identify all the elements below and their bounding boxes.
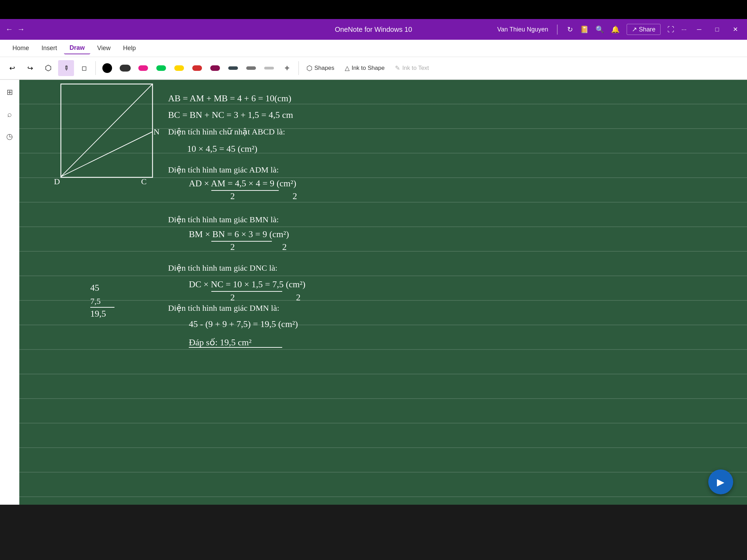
- line-6-den: 2: [230, 191, 235, 201]
- left-calc-2: 7,5: [90, 297, 101, 306]
- menu-view[interactable]: View: [92, 43, 116, 54]
- pen-dark[interactable]: [117, 60, 133, 76]
- forward-button[interactable]: →: [17, 25, 25, 34]
- pen-gray[interactable]: [243, 60, 259, 76]
- sync-icon[interactable]: ↻: [567, 25, 573, 34]
- line-4: 10 × 4,5 = 45 (cm²): [187, 144, 257, 154]
- diagonal-2: [61, 132, 153, 177]
- line-12: 45 - (9 + 9 + 7,5) = 19,5 (cm²): [189, 319, 298, 329]
- menu-help[interactable]: Help: [118, 43, 141, 54]
- search-header-icon[interactable]: 🔍: [596, 25, 604, 34]
- notebook-canvas[interactable]: N D C AB = AM + MB = 4 + 6 = 10(cm) BC =…: [19, 80, 747, 505]
- line-13: Đáp số: 19,5 cm²: [189, 337, 251, 347]
- onenote-window: ← → OneNote for Windows 10 Van Thieu Ngu…: [0, 19, 747, 505]
- ink-text-icon: ✎: [395, 64, 400, 72]
- line-2: BC = BN + NC = 3 + 1,5 = 4,5 cm: [168, 110, 293, 120]
- maximize-button[interactable]: □: [712, 25, 722, 35]
- line-8-den2: 2: [282, 242, 287, 252]
- shapes-label: Shapes: [314, 65, 334, 72]
- ink-to-shape-label: Ink to Shape: [352, 65, 385, 72]
- redo-icon: ↪: [27, 64, 33, 72]
- ink-to-text-button[interactable]: ✎ Ink to Text: [391, 62, 433, 74]
- ink-shape-icon: △: [345, 64, 350, 72]
- redo-button[interactable]: ↪: [22, 60, 38, 76]
- line-9: Diện tích hình tam giác DNC là:: [168, 263, 277, 272]
- lasso-icon: ✎: [62, 64, 71, 73]
- pen-red-stroke: [192, 65, 202, 71]
- lasso-tool[interactable]: ✎: [58, 60, 74, 76]
- line-6-num: AD × AM = 4,5 × 4 = 9 (cm²): [189, 178, 296, 188]
- ink-to-shape-button[interactable]: △ Ink to Shape: [341, 62, 389, 74]
- add-pen-button[interactable]: +: [279, 60, 295, 76]
- user-name: Van Thieu Nguyen: [497, 26, 548, 33]
- sidebar-notebooks[interactable]: ⊞: [3, 85, 17, 99]
- sidebar-search[interactable]: ⌕: [3, 108, 17, 121]
- pen-darkred-stroke: [210, 65, 220, 71]
- notebook-icon[interactable]: 📔: [580, 25, 589, 34]
- title-bar-separator: │: [555, 25, 560, 34]
- pen-green-stroke: [156, 65, 166, 71]
- eraser-tool[interactable]: ◻: [76, 60, 92, 76]
- undo-button[interactable]: ↩: [4, 60, 20, 76]
- pen-red[interactable]: [189, 60, 205, 76]
- line-8-num: BM × BN = 6 × 3 = 9 (cm²): [189, 229, 289, 239]
- sidebar-recent[interactable]: ◷: [3, 130, 17, 143]
- cursor-icon: ⬡: [45, 64, 52, 73]
- video-call-button[interactable]: ▶: [708, 469, 733, 494]
- pen-black-color: [102, 63, 112, 73]
- expand-icon[interactable]: ⛶: [667, 26, 674, 34]
- handwriting-svg: N D C AB = AM + MB = 4 + 6 = 10(cm) BC =…: [19, 80, 747, 505]
- shapes-icon: ⬡: [306, 64, 312, 72]
- main-area: ⊞ ⌕ ◷ N D C AB = AM + MB = 4 +: [0, 80, 747, 505]
- pen-charcoal-stroke: [228, 66, 238, 70]
- left-calc-1: 45: [90, 283, 99, 293]
- line-10-num: DC × NC = 10 × 1,5 = 7,5 (cm²): [189, 279, 305, 289]
- ink-to-text-label: Ink to Text: [402, 65, 429, 72]
- toolbar-separator-1: [95, 61, 96, 75]
- menu-insert[interactable]: Insert: [36, 43, 63, 54]
- toolbar-separator-2: [298, 61, 299, 75]
- menu-bar: Home Insert Draw View Help: [0, 40, 747, 57]
- line-1: AB = AM + MB = 4 + 6 = 10(cm): [168, 93, 291, 103]
- line-5: Diện tích hình tam giác ADM là:: [168, 165, 279, 174]
- share-button[interactable]: ↗ Share: [627, 24, 661, 35]
- eraser-icon: ◻: [82, 64, 87, 72]
- bell-icon[interactable]: 🔔: [611, 25, 620, 34]
- pen-charcoal[interactable]: [225, 60, 241, 76]
- plus-icon: +: [285, 63, 289, 73]
- menu-draw[interactable]: Draw: [64, 42, 90, 54]
- pen-yellow-stroke: [174, 65, 184, 71]
- pen-pink[interactable]: [135, 60, 151, 76]
- pen-yellow[interactable]: [171, 60, 187, 76]
- line-3: Diện tích hình chữ nhật ABCD là:: [168, 127, 285, 136]
- line-8-den: 2: [230, 242, 235, 252]
- pen-darkred[interactable]: [207, 60, 223, 76]
- pen-lgray-stroke: [264, 67, 274, 69]
- pen-black[interactable]: [99, 60, 115, 76]
- line-7: Diện tích hình tam giác BMN là:: [168, 215, 279, 224]
- more-icon[interactable]: ···: [681, 26, 686, 33]
- minimize-button[interactable]: ─: [693, 25, 705, 35]
- left-calc-3: 19,5: [90, 309, 106, 319]
- pen-lgray[interactable]: [261, 60, 277, 76]
- shapes-button[interactable]: ⬡ Shapes: [302, 62, 339, 74]
- app-title: OneNote for Windows 10: [335, 26, 412, 34]
- close-button[interactable]: ✕: [729, 24, 741, 35]
- pen-pink-stroke: [138, 65, 148, 71]
- pen-gray-stroke: [246, 66, 256, 70]
- title-bar: ← → OneNote for Windows 10 Van Thieu Ngu…: [0, 19, 747, 40]
- menu-home[interactable]: Home: [7, 43, 35, 54]
- label-n: N: [154, 127, 159, 136]
- pen-dark-stroke: [120, 65, 131, 72]
- title-bar-nav: ← →: [6, 25, 25, 34]
- bottom-area: [0, 505, 747, 560]
- line-10-den: 2: [230, 292, 235, 302]
- pen-green[interactable]: [153, 60, 169, 76]
- toolbar: ↩ ↪ ⬡ ✎ ◻: [0, 57, 747, 80]
- undo-icon: ↩: [9, 64, 15, 72]
- diagonal-1: [61, 84, 153, 177]
- back-button[interactable]: ←: [6, 25, 13, 34]
- label-d: D: [54, 177, 60, 186]
- line-11: Diện tích hình tam giác DMN là:: [168, 304, 279, 312]
- cursor-tool[interactable]: ⬡: [40, 60, 56, 76]
